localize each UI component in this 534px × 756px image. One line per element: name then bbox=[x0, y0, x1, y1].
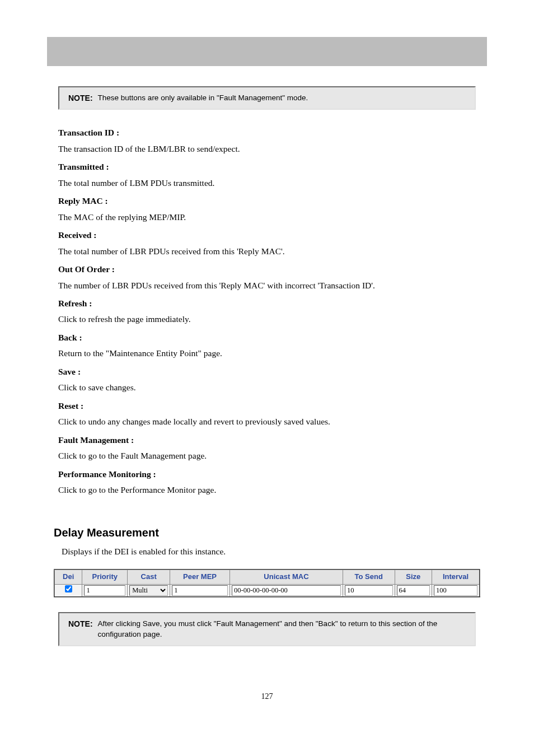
def-desc: Return to the "Maintenance Entity Point"… bbox=[58, 347, 476, 360]
table-row: Multi bbox=[54, 584, 480, 597]
def-desc: The number of LBR PDUs received from thi… bbox=[58, 279, 476, 292]
col-unicast-mac: Unicast MAC bbox=[230, 570, 343, 584]
def-term: Refresh : bbox=[58, 297, 476, 310]
definition-list: Transaction ID : The transaction ID of t… bbox=[58, 127, 476, 496]
col-priority: Priority bbox=[82, 570, 128, 584]
note-text: After clicking Save, you must click "Fau… bbox=[98, 618, 467, 640]
unicast-mac-input[interactable] bbox=[232, 585, 341, 596]
delay-measurement-table: Dei Priority Cast Peer MEP Unicast MAC T… bbox=[54, 569, 480, 598]
col-dei: Dei bbox=[54, 570, 82, 584]
dei-checkbox[interactable] bbox=[65, 585, 72, 592]
section-subtext: Displays if the DEI is enabled for this … bbox=[62, 545, 487, 558]
col-size: Size bbox=[395, 570, 432, 584]
def-term: Transmitted : bbox=[58, 161, 476, 173]
def-term: Save : bbox=[58, 366, 476, 378]
def-desc: Click to undo any changes made locally a… bbox=[58, 416, 476, 428]
def-term: Performance Monitoring : bbox=[58, 468, 476, 480]
note-box-fm-only: NOTE: These buttons are only available i… bbox=[58, 86, 476, 110]
col-to-send: To Send bbox=[343, 570, 395, 584]
peer-mep-input[interactable] bbox=[172, 585, 228, 596]
size-input[interactable] bbox=[397, 585, 430, 596]
note-label: NOTE: bbox=[68, 618, 93, 629]
def-term: Received : bbox=[58, 229, 476, 241]
def-desc: Click to go to the Fault Management page… bbox=[58, 450, 476, 462]
col-interval: Interval bbox=[432, 570, 480, 584]
col-cast: Cast bbox=[128, 570, 170, 584]
priority-input[interactable] bbox=[84, 585, 125, 596]
note-box-save: NOTE: After clicking Save, you must clic… bbox=[58, 612, 476, 646]
def-term: Transaction ID : bbox=[58, 127, 476, 139]
def-term: Reply MAC : bbox=[58, 195, 476, 207]
def-desc: Click to save changes. bbox=[58, 381, 476, 394]
def-desc: The total number of LBM PDUs transmitted… bbox=[58, 177, 476, 189]
section-heading: Delay Measurement bbox=[54, 525, 487, 541]
interval-input[interactable] bbox=[434, 585, 477, 596]
def-term: Back : bbox=[58, 332, 476, 344]
def-term: Fault Management : bbox=[58, 434, 476, 446]
cast-select[interactable]: Multi bbox=[129, 585, 168, 596]
page-number: 127 bbox=[47, 691, 487, 702]
note-label: NOTE: bbox=[68, 92, 93, 104]
def-desc: The transaction ID of the LBM/LBR to sen… bbox=[58, 143, 476, 155]
to-send-input[interactable] bbox=[345, 585, 393, 596]
def-desc: Click to refresh the page immediately. bbox=[58, 313, 476, 325]
def-term: Reset : bbox=[58, 400, 476, 412]
header-band bbox=[47, 37, 487, 66]
def-desc: The total number of LBR PDUs received fr… bbox=[58, 245, 476, 258]
def-term: Out Of Order : bbox=[58, 263, 476, 276]
col-peer-mep: Peer MEP bbox=[170, 570, 230, 584]
def-desc: Click to go to the Performance Monitor p… bbox=[58, 484, 476, 496]
def-desc: The MAC of the replying MEP/MIP. bbox=[58, 211, 476, 223]
note-text: These buttons are only available in "Fau… bbox=[98, 92, 308, 104]
